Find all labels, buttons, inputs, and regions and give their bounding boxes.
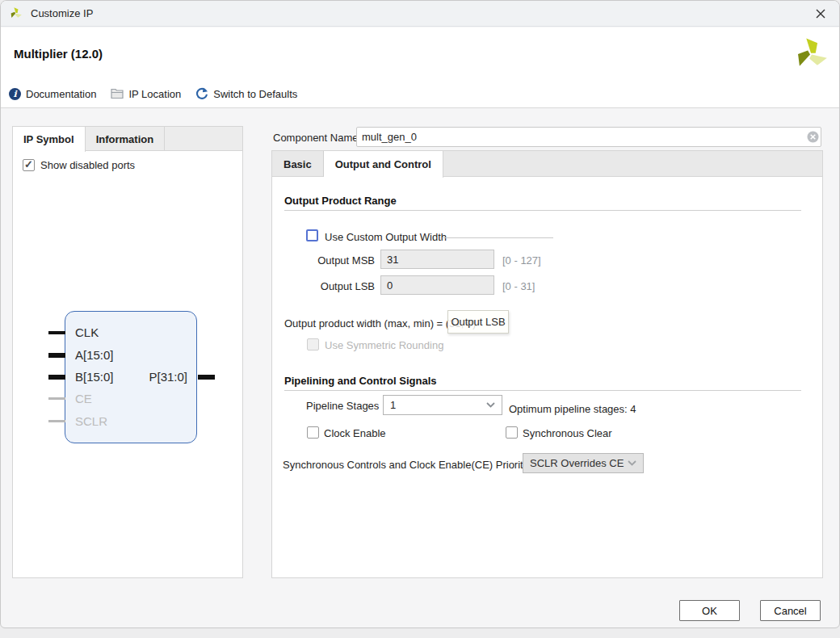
clock-enable-checkbox[interactable]: [307, 426, 319, 439]
chevron-down-icon: [486, 402, 495, 408]
sync-priority-label: Synchronous Controls and Clock Enable(CE…: [283, 459, 528, 471]
pipelining-title: Pipelining and Control Signals: [284, 375, 437, 387]
info-icon: i: [9, 88, 21, 100]
show-disabled-ports-row[interactable]: Show disabled ports: [23, 159, 135, 171]
output-msb-label: Output MSB: [284, 254, 375, 267]
ip-location-label: IP Location: [128, 88, 181, 100]
p-port-stub: [198, 375, 215, 380]
ip-symbol-panel: IP Symbol Information Show disabled port…: [12, 126, 243, 578]
clk-port-stub: [48, 331, 65, 334]
synchronous-clear-label: Synchronous Clear: [523, 427, 612, 439]
close-icon[interactable]: [813, 6, 828, 21]
port-b: B[15:0]: [75, 370, 114, 384]
show-disabled-ports-label: Show disabled ports: [40, 159, 135, 171]
sync-priority-value: SCLR Overrides CE: [530, 457, 624, 469]
left-tab-bar: IP Symbol Information: [13, 127, 242, 151]
pipeline-stages-value: 1: [390, 399, 396, 411]
output-lsb-input: 0: [380, 275, 494, 295]
tab-basic[interactable]: Basic: [272, 151, 324, 177]
output-product-range-title: Output Product Range: [284, 195, 397, 207]
b-port-stub: [48, 375, 65, 380]
customize-ip-dialog: Customize IP Multiplier (12.0) i Documen…: [0, 0, 840, 628]
synchronous-clear-checkbox[interactable]: [506, 426, 518, 439]
port-ce: CE: [75, 392, 92, 405]
decorative-line: [443, 237, 553, 238]
folder-icon: [111, 88, 124, 99]
product-width-label: Output product width (max, min) =: [284, 317, 446, 329]
output-lsb-range-hint: [0 - 31]: [502, 280, 535, 292]
output-msb-input: 31: [380, 250, 494, 269]
use-symmetric-rounding-checkbox: [307, 338, 319, 350]
cancel-button[interactable]: Cancel: [760, 600, 821, 621]
component-name-label: Component Name: [273, 132, 359, 144]
window-title: Customize IP: [31, 7, 93, 19]
tab-output-and-control[interactable]: Output and Control: [324, 151, 443, 178]
output-lsb-value: 0: [387, 279, 393, 292]
section-rule-2: [284, 390, 801, 391]
use-custom-output-width-checkbox[interactable]: [306, 229, 318, 241]
chevron-down-icon: [628, 460, 636, 466]
output-lsb-label: Output LSB: [284, 280, 375, 292]
ok-button[interactable]: OK: [679, 600, 740, 621]
output-msb-value: 31: [387, 254, 398, 266]
xilinx-logo: [792, 36, 830, 73]
port-clk: CLK: [75, 325, 99, 339]
pipeline-stages-label: Pipeline Stages: [306, 400, 379, 412]
output-msb-range-hint: [0 - 127]: [502, 254, 541, 267]
port-p: P[31:0]: [149, 370, 187, 384]
ok-button-label: OK: [702, 605, 717, 617]
documentation-label: Documentation: [26, 88, 96, 100]
tooltip-text: Output LSB: [451, 316, 505, 328]
output-lsb-tooltip: Output LSB: [447, 310, 509, 334]
clear-icon[interactable]: [807, 131, 819, 143]
xilinx-logo-icon: [9, 6, 23, 20]
show-disabled-ports-checkbox[interactable]: [23, 159, 35, 171]
tab-information[interactable]: Information: [86, 127, 166, 151]
toolbar: i Documentation IP Location Switch to De…: [9, 87, 297, 100]
tab-basic-label: Basic: [284, 158, 312, 170]
tab-information-label: Information: [96, 133, 154, 145]
component-name-input[interactable]: [356, 127, 821, 147]
pipeline-stages-dropdown[interactable]: 1: [383, 395, 502, 415]
config-tab-bar: Basic Output and Control: [272, 151, 822, 177]
tab-ip-symbol-label: IP Symbol: [23, 133, 74, 145]
refresh-icon: [195, 87, 208, 100]
port-a: A[15:0]: [75, 348, 114, 362]
ip-location-button[interactable]: IP Location: [111, 88, 181, 100]
config-group-box: Basic Output and Control Output Product …: [271, 150, 823, 578]
tab-ip-symbol[interactable]: IP Symbol: [13, 127, 86, 152]
dialog-header: Multiplier (12.0) i Documentation IP Loc…: [1, 27, 839, 108]
optimum-pipeline-text: Optimum pipeline stages: 4: [509, 403, 636, 415]
switch-to-defaults-button[interactable]: Switch to Defaults: [195, 87, 297, 100]
port-sclr: SCLR: [75, 414, 107, 428]
ce-port-stub: [48, 397, 65, 400]
use-custom-output-width-label: Use Custom Output Width: [325, 231, 447, 243]
a-port-stub: [48, 353, 65, 358]
sync-priority-dropdown: SCLR Overrides CE: [523, 453, 644, 473]
page-title: Multiplier (12.0): [14, 47, 103, 61]
section-rule: [284, 210, 801, 211]
use-symmetric-rounding-label: Use Symmetric Rounding: [325, 339, 443, 351]
clock-enable-label: Clock Enable: [324, 427, 386, 439]
switch-to-defaults-label: Switch to Defaults: [213, 88, 297, 100]
title-bar: Customize IP: [1, 1, 839, 27]
sclr-port-stub: [48, 420, 65, 422]
tab-output-and-control-label: Output and Control: [335, 158, 431, 170]
documentation-button[interactable]: i Documentation: [9, 88, 96, 100]
cancel-button-label: Cancel: [774, 605, 806, 617]
